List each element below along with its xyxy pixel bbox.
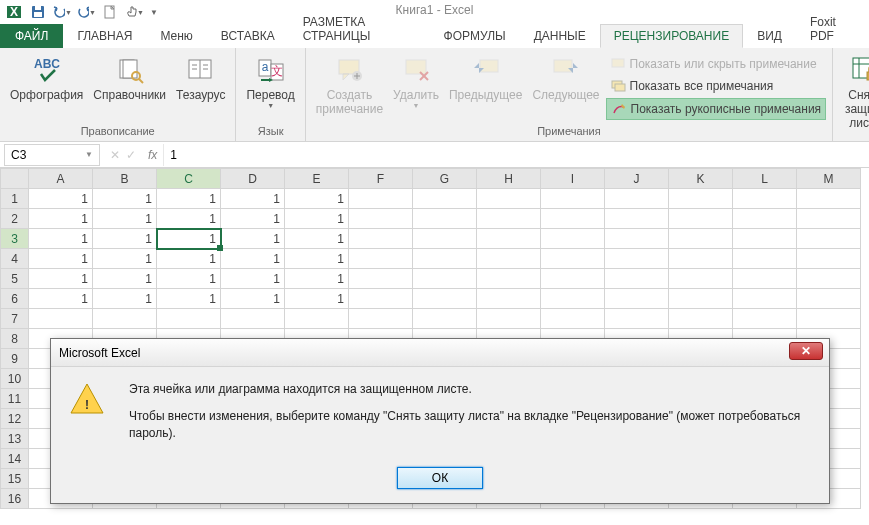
tab-file[interactable]: ФАЙЛ: [0, 24, 63, 48]
cell[interactable]: 1: [285, 229, 349, 249]
column-header[interactable]: A: [29, 169, 93, 189]
cell[interactable]: 1: [285, 289, 349, 309]
tab-page-layout[interactable]: РАЗМЕТКА СТРАНИЦЫ: [289, 10, 430, 48]
cell[interactable]: [669, 189, 733, 209]
cell[interactable]: [477, 289, 541, 309]
cell[interactable]: 1: [221, 249, 285, 269]
excel-icon[interactable]: X: [4, 2, 24, 22]
dialog-close-button[interactable]: ✕: [789, 342, 823, 360]
cell[interactable]: [477, 209, 541, 229]
cell[interactable]: [733, 309, 797, 329]
cell[interactable]: [733, 269, 797, 289]
tab-view[interactable]: ВИД: [743, 24, 796, 48]
column-header[interactable]: G: [413, 169, 477, 189]
cell[interactable]: [285, 309, 349, 329]
column-header[interactable]: C: [157, 169, 221, 189]
row-header[interactable]: 8: [1, 329, 29, 349]
cell[interactable]: [413, 309, 477, 329]
cell[interactable]: [669, 229, 733, 249]
cell[interactable]: 1: [157, 289, 221, 309]
cell[interactable]: 1: [29, 289, 93, 309]
cell[interactable]: 1: [29, 229, 93, 249]
cell[interactable]: [797, 249, 861, 269]
tab-home[interactable]: ГЛАВНАЯ: [63, 24, 146, 48]
row-header[interactable]: 14: [1, 449, 29, 469]
row-header[interactable]: 12: [1, 409, 29, 429]
column-header[interactable]: B: [93, 169, 157, 189]
redo-icon[interactable]: ▼: [76, 2, 96, 22]
column-header[interactable]: M: [797, 169, 861, 189]
row-header[interactable]: 7: [1, 309, 29, 329]
cell[interactable]: [541, 209, 605, 229]
cell[interactable]: [413, 289, 477, 309]
cell[interactable]: 1: [221, 209, 285, 229]
cell[interactable]: [349, 229, 413, 249]
cell[interactable]: 1: [93, 209, 157, 229]
cell[interactable]: 1: [93, 249, 157, 269]
undo-icon[interactable]: ▼: [52, 2, 72, 22]
show-ink-button[interactable]: Показать рукописные примечания: [606, 98, 827, 120]
unprotect-sheet-button[interactable]: Снять защиту листа: [839, 52, 869, 132]
cell[interactable]: [349, 249, 413, 269]
cell[interactable]: [349, 289, 413, 309]
new-doc-icon[interactable]: [100, 2, 120, 22]
cell[interactable]: 1: [157, 189, 221, 209]
row-header[interactable]: 10: [1, 369, 29, 389]
cell[interactable]: 1: [29, 209, 93, 229]
row-header[interactable]: 13: [1, 429, 29, 449]
cell[interactable]: [605, 269, 669, 289]
row-header[interactable]: 4: [1, 249, 29, 269]
cell[interactable]: [733, 249, 797, 269]
column-header[interactable]: H: [477, 169, 541, 189]
cell[interactable]: 1: [285, 209, 349, 229]
tab-insert[interactable]: ВСТАВКА: [207, 24, 289, 48]
tab-review[interactable]: РЕЦЕНЗИРОВАНИЕ: [600, 24, 743, 48]
spelling-button[interactable]: ABCОрфография: [6, 52, 87, 104]
cell[interactable]: 1: [93, 189, 157, 209]
cell[interactable]: [797, 309, 861, 329]
cell[interactable]: [797, 229, 861, 249]
cell[interactable]: [797, 289, 861, 309]
cell[interactable]: [29, 309, 93, 329]
cell[interactable]: 1: [29, 269, 93, 289]
tab-menu[interactable]: Меню: [146, 24, 206, 48]
enter-formula-icon[interactable]: ✓: [126, 148, 136, 162]
cell[interactable]: [797, 269, 861, 289]
cell[interactable]: [413, 209, 477, 229]
cell[interactable]: [605, 249, 669, 269]
name-box[interactable]: C3▼: [4, 144, 100, 166]
next-comment-button[interactable]: Следующее: [528, 52, 603, 104]
cell[interactable]: [221, 309, 285, 329]
cell[interactable]: [541, 229, 605, 249]
cell[interactable]: 1: [157, 249, 221, 269]
cell[interactable]: [541, 309, 605, 329]
cell[interactable]: [413, 269, 477, 289]
row-header[interactable]: 5: [1, 269, 29, 289]
new-comment-button[interactable]: Создать примечание: [312, 52, 387, 118]
thesaurus-button[interactable]: Тезаурус: [172, 52, 229, 104]
column-header[interactable]: K: [669, 169, 733, 189]
cell[interactable]: [413, 189, 477, 209]
column-header[interactable]: J: [605, 169, 669, 189]
cell[interactable]: [477, 189, 541, 209]
translate-button[interactable]: a文Перевод▼: [242, 52, 298, 111]
show-hide-comment-button[interactable]: Показать или скрыть примечание: [606, 54, 827, 74]
cell[interactable]: 1: [157, 269, 221, 289]
cell[interactable]: [605, 229, 669, 249]
cell[interactable]: 1: [29, 249, 93, 269]
cell[interactable]: 1: [221, 269, 285, 289]
row-header[interactable]: 9: [1, 349, 29, 369]
row-header[interactable]: 2: [1, 209, 29, 229]
dialog-title-bar[interactable]: Microsoft Excel ✕: [51, 339, 829, 367]
cell[interactable]: 1: [285, 189, 349, 209]
cell[interactable]: [349, 189, 413, 209]
cell[interactable]: [477, 269, 541, 289]
row-header[interactable]: 15: [1, 469, 29, 489]
cell[interactable]: 1: [29, 189, 93, 209]
cell[interactable]: [157, 309, 221, 329]
cell[interactable]: [477, 249, 541, 269]
column-header[interactable]: E: [285, 169, 349, 189]
cell[interactable]: 1: [157, 229, 221, 249]
cell[interactable]: [605, 309, 669, 329]
touch-mode-icon[interactable]: ▼: [124, 2, 144, 22]
